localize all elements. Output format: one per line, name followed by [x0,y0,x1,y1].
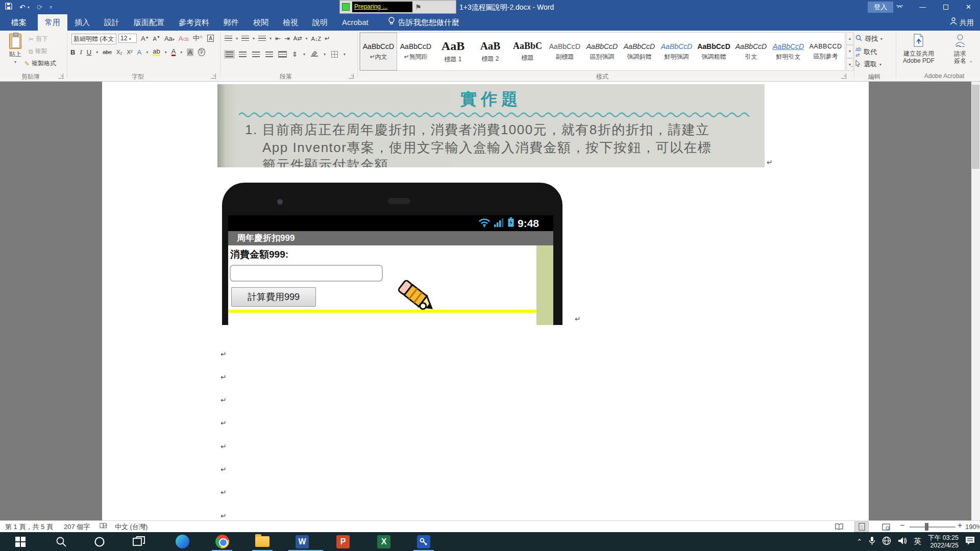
style-item-標題 2[interactable]: AaB標題 2 [472,33,509,70]
decrease-indent-icon[interactable]: ⇤ [275,35,281,42]
key-app-icon[interactable] [412,532,435,551]
justify-icon[interactable] [265,52,273,57]
network-globe-icon[interactable] [882,536,891,547]
phonetic-guide-icon[interactable]: 中ㄓ [193,34,203,43]
customize-qat-icon[interactable]: ▿ [50,1,52,13]
minimize-button[interactable]: — [911,0,934,14]
strikethrough-button[interactable]: abc [103,49,112,55]
font-dialog-launcher-icon[interactable]: ↘ [211,73,216,79]
collapse-ribbon-icon[interactable]: ⌃ [969,60,973,66]
tab-檔案[interactable]: 檔案 [4,14,34,31]
action-center-icon[interactable] [965,536,975,547]
excel-icon[interactable]: X [373,532,395,551]
borders-icon[interactable] [331,51,338,58]
tab-設計[interactable]: 設計 [97,14,127,31]
language-indicator[interactable]: 中文 (台灣) [115,522,148,531]
undo-icon[interactable]: ↶ [19,1,26,13]
cortana-icon[interactable] [88,532,111,551]
zoom-in-icon[interactable]: + [958,521,962,530]
edge-icon[interactable] [171,532,193,551]
proofing-icon[interactable] [100,522,107,532]
calculate-button[interactable]: 計算費用999 [231,287,316,307]
print-layout-icon[interactable] [854,521,869,532]
style-item-鮮明引文[interactable]: AaBbCcD鮮明引文 [770,33,807,70]
microphone-icon[interactable] [869,536,875,547]
tab-插入[interactable]: 插入 [67,14,97,31]
paste-button[interactable]: 貼上 ▾ [4,34,27,64]
vertical-scrollbar[interactable] [971,82,980,520]
phone-mockup-image[interactable]: 9:48 周年慶折扣999 消費金額999: 計算費用999 [222,183,562,325]
increase-indent-icon[interactable]: ⇥ [284,35,290,42]
distribute-icon[interactable] [279,52,286,57]
font-size-select[interactable]: 12 ▾ [118,34,137,43]
bullets-icon[interactable] [225,36,232,41]
powerpoint-icon[interactable]: P [332,532,354,551]
tab-郵件[interactable]: 郵件 [216,14,246,31]
save-icon[interactable] [5,1,12,13]
shrink-font-icon[interactable]: A▼ [153,35,160,42]
style-item-副標題[interactable]: AaBbCcD副標題 [546,33,583,70]
style-item-鮮明強調[interactable]: AaBbCcD鮮明強調 [658,33,695,70]
character-border-icon[interactable]: A [207,35,214,42]
paragraph-dialog-launcher-icon[interactable]: ↘ [349,73,354,79]
page-info[interactable]: 第 1 頁，共 5 頁 [5,522,53,531]
style-item-區別強調[interactable]: AaBbCcD區別強調 [583,33,621,70]
document-page[interactable]: 實作題 1. 目前商店正在周年慶折扣，消費者消費1000元，就有8折的折扣，請建… [102,82,869,520]
grow-font-icon[interactable]: A▲ [141,35,149,42]
close-button[interactable]: ✕ [957,0,980,14]
bold-button[interactable]: B [70,48,75,56]
styles-scroll-down-icon[interactable]: ▼ [846,45,853,58]
font-name-select[interactable]: 新細明體 (本文 ▾ [71,34,116,44]
zoom-out-icon[interactable]: − [900,521,904,530]
file-explorer-icon[interactable] [251,532,274,551]
speaker-icon[interactable] [898,537,907,547]
read-mode-icon[interactable] [832,521,846,532]
styles-dialog-launcher-icon[interactable]: ↘ [841,73,846,79]
align-center-icon[interactable] [239,52,247,57]
zoom-level[interactable]: 190% [965,522,980,531]
style-item-無間距[interactable]: AaBbCcD↵無間距 [397,33,434,70]
line-spacing-icon[interactable]: ⇕ [292,51,298,58]
sort-icon[interactable]: A↓Z [311,36,321,42]
restore-button[interactable] [934,0,957,14]
recorder-flag-icon[interactable]: ⚑ [415,3,422,11]
clipboard-dialog-launcher-icon[interactable]: ↘ [58,73,63,79]
superscript-button[interactable]: X² [127,49,133,55]
style-item-標題 1[interactable]: AaB標題 1 [434,33,472,70]
style-item-強調斜體[interactable]: AaBbCcD強調斜體 [621,33,658,70]
show-marks-icon[interactable]: ↵ [325,35,330,42]
show-hidden-icons[interactable]: ⌃ [856,538,862,545]
zoom-slider-thumb[interactable] [925,523,928,531]
select-button[interactable]: 選取▾ [855,60,881,69]
numbering-icon[interactable] [241,36,249,41]
subscript-button[interactable]: X₂ [116,49,122,55]
change-case-icon[interactable]: Aa▾ [164,35,175,42]
character-shading-icon[interactable]: A [187,48,193,56]
align-right-icon[interactable] [252,52,260,57]
asian-layout-icon[interactable]: A⇄ [293,35,302,42]
styles-more-icon[interactable]: ▼̲ [846,58,853,71]
tab-版面配置[interactable]: 版面配置 [127,14,172,31]
tab-檢視[interactable]: 檢視 [276,14,305,31]
font-color-icon[interactable]: A [172,48,176,56]
style-item-標題[interactable]: AaBbC標題 [509,33,546,70]
tab-Acrobat[interactable]: Acrobat [335,14,376,31]
undo-dropdown-icon[interactable]: ▾ [28,5,30,10]
style-item-區別參考[interactable]: AABBCCD區別參考 [807,33,844,70]
share-button[interactable]: 共用 [950,14,974,31]
shading-icon[interactable] [311,50,318,58]
underline-button[interactable]: U [87,48,91,56]
find-button[interactable]: 尋找▾ [855,34,883,43]
align-left-icon[interactable] [226,52,233,57]
style-item-引文[interactable]: AaBbCcD引文 [732,33,770,70]
tab-常用[interactable]: 常用 [38,14,67,31]
replace-button[interactable]: ab⇄ 取代 [855,46,877,58]
ribbon-display-options-icon[interactable]: ⌤ [888,0,911,14]
taskbar-clock[interactable]: 下午 03:25 2022/4/25 [928,534,959,549]
style-item-強調粗體[interactable]: AaBbCcD強調粗體 [695,33,732,70]
paste-dropdown-icon[interactable]: ▾ [14,60,16,64]
text-effects-icon[interactable]: A [137,48,142,56]
style-item-內文[interactable]: AaBbCcD↵內文 [360,33,397,70]
taskbar-search-icon[interactable] [50,532,72,551]
tab-參考資料[interactable]: 參考資料 [172,14,216,31]
